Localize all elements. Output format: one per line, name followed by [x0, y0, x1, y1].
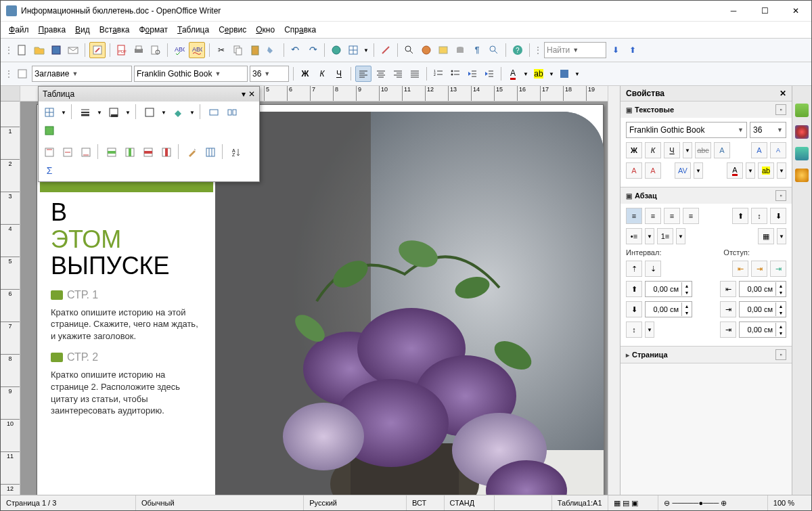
italic-button[interactable]: К [315, 66, 330, 81]
undo-button[interactable] [288, 43, 303, 58]
menu-insert[interactable]: Вставка [95, 23, 134, 37]
valign-mid-button[interactable]: ↕ [751, 208, 767, 224]
border-color-button[interactable] [106, 104, 122, 120]
dropdown-arrow[interactable]: ▼ [746, 162, 755, 179]
lang-status[interactable]: Русский [304, 495, 407, 510]
close-button[interactable]: ✕ [780, 1, 811, 21]
styles-button[interactable] [15, 66, 30, 81]
menu-tools[interactable]: Сервис [215, 23, 250, 37]
spacing-below-input[interactable]: 0,00 см▲▼ [645, 301, 692, 317]
find-prev-button[interactable]: ⬆ [625, 43, 640, 58]
dropdown-arrow[interactable]: ▼ [124, 104, 132, 120]
inc-indent-button[interactable]: ⇤ [732, 261, 748, 277]
table-insert-button[interactable] [41, 104, 58, 120]
section-para-header[interactable]: ▣Абзац▫ [621, 187, 792, 204]
table-props-button[interactable] [202, 144, 219, 160]
spacing-button[interactable]: AV [675, 162, 691, 179]
decrease-indent-button[interactable] [465, 66, 480, 81]
new-doc-button[interactable] [15, 43, 30, 58]
tab-navigator[interactable] [795, 169, 809, 182]
grow-font-button[interactable]: A [751, 142, 767, 158]
subscript-button[interactable]: A [645, 162, 661, 179]
align-justify-button[interactable]: ≡ [683, 208, 699, 224]
vertical-scrollbar[interactable] [608, 86, 620, 495]
indent-after-input[interactable]: 0,00 см▲▼ [739, 301, 786, 317]
export-pdf-button[interactable]: PDF [114, 43, 129, 58]
shadow-button[interactable]: A [714, 142, 730, 158]
spellcheck-button[interactable]: ABC [172, 43, 187, 58]
valign-bot-button[interactable]: ⬇ [770, 208, 786, 224]
cell-ref[interactable]: Таблица1:A1 [552, 495, 608, 510]
highlight-button[interactable]: ab [758, 162, 774, 179]
gallery-button[interactable] [436, 43, 451, 58]
nonprinting-button[interactable]: ¶ [470, 43, 484, 58]
dropdown-arrow[interactable]: ▼ [645, 228, 654, 244]
size-combo[interactable]: 36▼ [250, 66, 289, 82]
menu-window[interactable]: Окно [252, 23, 279, 37]
navigator-button[interactable] [419, 43, 434, 58]
align-justify-button[interactable] [407, 66, 422, 81]
inc-spacing-button[interactable]: ⇡ [626, 261, 642, 277]
autospell-button[interactable]: ABC [189, 42, 205, 58]
tab-properties[interactable] [795, 104, 809, 117]
align-left-button[interactable] [355, 66, 371, 82]
tab-gallery[interactable] [795, 147, 809, 160]
style-combo[interactable]: Заглавие▼ [32, 66, 132, 82]
pin-icon[interactable]: ▾ [242, 89, 246, 99]
spacing-above-input[interactable]: 0,00 см▲▼ [645, 281, 692, 297]
dropdown-arrow[interactable]: ▼ [694, 162, 703, 179]
shrink-font-button[interactable]: A [770, 142, 786, 158]
align-left-button[interactable]: ≡ [626, 208, 642, 224]
tab-styles[interactable] [795, 125, 809, 139]
underline-button[interactable]: Ч [664, 142, 680, 158]
bg-color-button[interactable] [557, 66, 572, 81]
close-icon[interactable]: ✕ [248, 89, 255, 99]
help-button[interactable]: ? [510, 43, 525, 58]
draw-button[interactable] [378, 43, 393, 58]
print-button[interactable] [131, 43, 146, 58]
font-combo[interactable]: Franklin Gothic Book▼ [626, 122, 747, 138]
superscript-button[interactable]: A [626, 162, 642, 179]
insert-mode[interactable]: ВСТ [407, 495, 445, 510]
menu-view[interactable]: Вид [71, 23, 94, 37]
insert-row-button[interactable] [104, 144, 120, 160]
align-middle-button[interactable] [60, 144, 76, 160]
strike-button[interactable]: abc [695, 142, 711, 158]
cut-button[interactable]: ✂ [214, 43, 229, 58]
menu-table[interactable]: Таблица [173, 23, 213, 37]
dec-indent-button[interactable]: ⇥ [751, 261, 767, 277]
toolbar-grip[interactable]: ⋮ [5, 69, 13, 79]
menu-file[interactable]: Файл [5, 23, 33, 37]
delete-row-button[interactable] [140, 144, 156, 160]
indent-before-input[interactable]: 0,00 см▲▼ [739, 281, 786, 297]
format-paintbrush-button[interactable] [265, 43, 279, 58]
autoformat-button[interactable] [184, 144, 200, 160]
datasource-button[interactable] [453, 43, 468, 58]
bullet-list-button[interactable] [448, 66, 463, 81]
align-right-button[interactable] [390, 66, 405, 81]
merge-button[interactable] [206, 104, 222, 120]
font-combo[interactable]: Franklin Gothic Book▼ [134, 66, 248, 82]
dropdown-arrow[interactable]: ▼ [777, 228, 786, 244]
hyperlink-button[interactable] [329, 43, 344, 58]
align-center-button[interactable] [374, 66, 388, 81]
dropdown-arrow[interactable]: ▼ [645, 321, 654, 338]
close-icon[interactable]: ✕ [780, 89, 786, 98]
save-button[interactable] [49, 43, 64, 58]
view-icons[interactable]: ▦ ▤ ▣ [608, 495, 659, 510]
dropdown-arrow[interactable]: ▼ [676, 228, 685, 244]
dropdown-arrow[interactable]: ▼ [95, 104, 104, 120]
line-style-button[interactable] [77, 104, 93, 120]
dropdown-arrow[interactable]: ▼ [522, 66, 529, 81]
page-status[interactable]: Страница 1 / 3 [1, 495, 136, 510]
delete-col-button[interactable] [158, 144, 175, 160]
linespacing-button[interactable]: ↕ [626, 321, 642, 338]
toolbar-grip[interactable]: ⋮ [534, 45, 542, 55]
zoom-slider[interactable]: ⊖ ─────●─── ⊕ [658, 495, 767, 510]
find-replace-button[interactable] [402, 43, 417, 58]
paste-button[interactable] [248, 43, 263, 58]
zoom-value[interactable]: 100 % [768, 495, 811, 510]
redo-button[interactable] [305, 43, 320, 58]
dropdown-arrow[interactable]: ▼ [188, 104, 196, 120]
dropdown-arrow[interactable]: ▼ [574, 66, 581, 81]
